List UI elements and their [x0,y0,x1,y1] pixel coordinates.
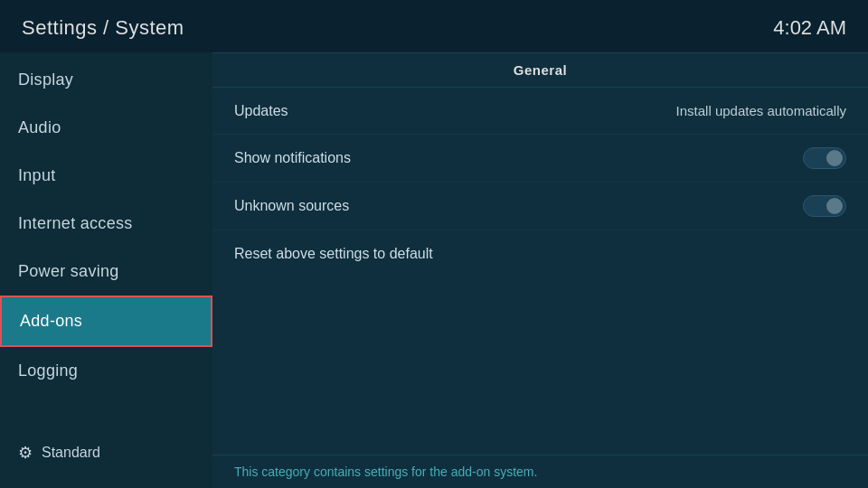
setting-row-reset[interactable]: Reset above settings to default [212,230,868,277]
setting-row-unknown-sources: Unknown sources [212,183,868,230]
setting-label-updates: Updates [234,103,288,119]
settings-level-label: Standard [42,445,100,461]
setting-label-unknown-sources: Unknown sources [234,198,349,214]
sidebar-item-add-ons[interactable]: Add-ons [0,296,212,347]
content-inner: General Updates Install updates automati… [212,52,868,455]
toggle-show-notifications[interactable] [803,147,846,169]
toggle-unknown-sources[interactable] [803,195,846,217]
page-title: Settings / System [22,16,184,40]
clock: 4:02 AM [773,16,846,40]
content-footer: This category contains settings for the … [212,455,868,488]
settings-list: Updates Install updates automatically Sh… [212,88,868,277]
setting-label-show-notifications: Show notifications [234,150,351,166]
main-layout: Display Audio Input Internet access Powe… [0,52,868,488]
setting-row-updates: Updates Install updates automatically [212,88,868,135]
sidebar-footer: ⚙ Standard [0,432,212,474]
setting-row-show-notifications: Show notifications [212,135,868,183]
footer-description: This category contains settings for the … [234,465,537,479]
setting-value-updates[interactable]: Install updates automatically [676,103,846,118]
toggle-thumb-show-notifications [826,150,843,166]
sidebar-item-power-saving[interactable]: Power saving [0,248,212,296]
sidebar: Display Audio Input Internet access Powe… [0,52,212,488]
sidebar-item-logging[interactable]: Logging [0,347,212,395]
sidebar-item-display[interactable]: Display [0,56,212,104]
sidebar-item-internet-access[interactable]: Internet access [0,200,212,248]
header: Settings / System 4:02 AM [0,0,868,52]
sidebar-nav: Display Audio Input Internet access Powe… [0,52,212,395]
section-header: General [212,52,868,88]
gear-icon: ⚙ [18,443,33,463]
content-area: General Updates Install updates automati… [212,52,868,488]
sidebar-item-audio[interactable]: Audio [0,104,212,152]
setting-label-reset: Reset above settings to default [234,246,433,262]
sidebar-item-input[interactable]: Input [0,152,212,200]
toggle-thumb-unknown-sources [826,198,843,214]
